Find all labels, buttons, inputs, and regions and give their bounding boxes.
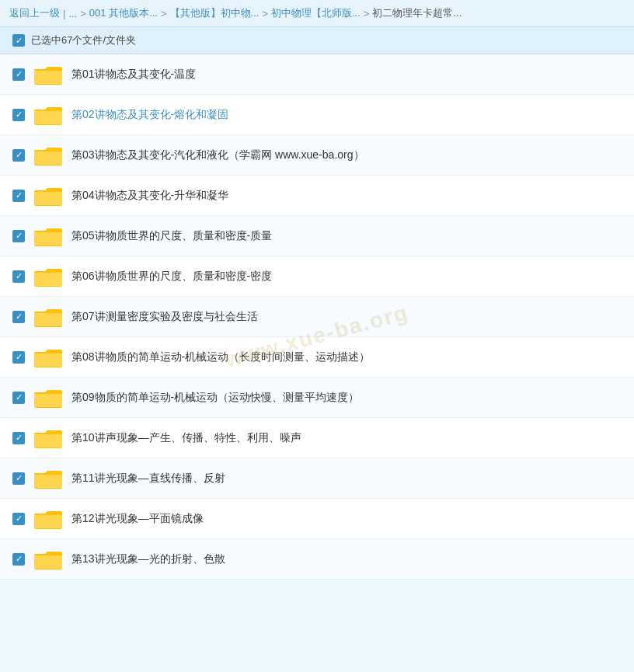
svg-rect-35 — [35, 515, 61, 528]
list-item[interactable]: ✓ 第05讲物质世界的尺度、质量和密度-质量 — [0, 216, 634, 256]
list-item[interactable]: ✓ 第07讲测量密度实验及密度与社会生活 — [0, 297, 634, 337]
file-name: 第05讲物质世界的尺度、质量和密度-质量 — [71, 229, 622, 243]
list-item[interactable]: ✓ 第11讲光现象—直线传播、反射 — [0, 458, 634, 499]
file-name: 第06讲物质世界的尺度、质量和密度-密度 — [71, 270, 622, 284]
select-all-checkbox[interactable]: ✓ — [12, 34, 25, 47]
svg-rect-23 — [35, 353, 61, 367]
breadcrumb-link-3[interactable]: 【其他版】初中物... — [170, 6, 260, 20]
folder-icon — [34, 427, 62, 450]
file-name: 第12讲光现象—平面镜成像 — [71, 512, 622, 526]
folder-icon — [34, 63, 62, 86]
svg-rect-17 — [35, 273, 61, 286]
list-item[interactable]: ✓ 第08讲物质的简单运动-机械运动（长度时间测量、运动描述） — [0, 337, 634, 378]
svg-rect-2 — [35, 71, 61, 84]
folder-icon — [34, 144, 62, 167]
list-item[interactable]: ✓ 第01讲物态及其变化-温度 — [0, 54, 634, 95]
file-name: 第01讲物态及其变化-温度 — [71, 68, 622, 82]
breadcrumb-link-2[interactable]: 001 其他版本... — [89, 6, 158, 20]
file-name[interactable]: 第02讲物态及其变化-熔化和凝固 — [71, 108, 622, 122]
svg-rect-8 — [35, 151, 61, 165]
file-name: 第11讲光现象—直线传播、反射 — [71, 472, 622, 486]
selection-bar: ✓ 已选中67个文件/文件夹 — [0, 27, 634, 54]
breadcrumb-sep-1: > — [80, 8, 86, 19]
svg-rect-29 — [35, 434, 61, 447]
folder-icon — [34, 548, 62, 571]
list-item[interactable]: ✓ 第04讲物态及其变化-升华和凝华 — [0, 176, 634, 216]
file-name: 第04讲物态及其变化-升华和凝华 — [71, 189, 622, 203]
breadcrumb-back-link[interactable]: 返回上一级 — [9, 6, 60, 20]
folder-icon — [34, 265, 62, 288]
file-checkbox[interactable]: ✓ — [12, 68, 25, 81]
file-checkbox[interactable]: ✓ — [12, 311, 25, 323]
svg-rect-26 — [35, 394, 61, 407]
folder-icon — [34, 225, 62, 248]
file-checkbox[interactable]: ✓ — [12, 392, 25, 404]
list-item[interactable]: ✓ 第09物质的简单运动-机械运动（运动快慢、测量平均速度） — [0, 378, 634, 418]
file-checkbox[interactable]: ✓ — [12, 190, 25, 202]
list-item[interactable]: ✓ 第02讲物态及其变化-熔化和凝固 — [0, 95, 634, 135]
list-item[interactable]: ✓ 第13讲光现象—光的折射、色散 — [0, 539, 634, 580]
file-checkbox[interactable]: ✓ — [12, 149, 25, 162]
file-name: 第08讲物质的简单运动-机械运动（长度时间测量、运动描述） — [71, 350, 622, 364]
file-checkbox[interactable]: ✓ — [12, 109, 25, 121]
file-checkbox[interactable]: ✓ — [12, 553, 25, 566]
list-item[interactable]: ✓ 第10讲声现象—产生、传播、特性、利用、噪声 — [0, 418, 634, 458]
svg-rect-38 — [35, 555, 61, 569]
list-item[interactable]: ✓ 第06讲物质世界的尺度、质量和密度-密度 — [0, 256, 634, 297]
svg-rect-11 — [35, 192, 61, 205]
svg-rect-20 — [35, 313, 61, 326]
folder-icon — [34, 346, 62, 369]
folder-icon — [34, 507, 62, 531]
svg-rect-32 — [35, 475, 61, 488]
file-name: 第10讲声现象—产生、传播、特性、利用、噪声 — [71, 431, 622, 445]
folder-icon — [34, 386, 62, 409]
selection-count: 已选中67个文件/文件夹 — [31, 33, 136, 47]
breadcrumb-sep-2: > — [161, 8, 167, 19]
file-list: ✓ 第01讲物态及其变化-温度✓ 第02讲物态及其变化-熔化和凝固✓ 第03讲物… — [0, 54, 634, 580]
file-checkbox[interactable]: ✓ — [12, 230, 25, 242]
folder-icon — [34, 184, 62, 207]
breadcrumb-sep-4: > — [364, 8, 370, 19]
file-name: 第07讲测量密度实验及密度与社会生活 — [71, 310, 622, 324]
file-name: 第13讲光现象—光的折射、色散 — [71, 552, 622, 566]
breadcrumb-current: 初二物理年卡超常... — [372, 6, 462, 20]
folder-icon — [34, 103, 62, 127]
breadcrumb-sep-0: | — [63, 8, 65, 19]
svg-rect-5 — [35, 111, 61, 124]
file-checkbox[interactable]: ✓ — [12, 351, 25, 364]
folder-icon — [34, 467, 62, 490]
file-checkbox[interactable]: ✓ — [12, 432, 25, 444]
file-checkbox[interactable]: ✓ — [12, 472, 25, 485]
svg-rect-14 — [35, 232, 61, 245]
file-checkbox[interactable]: ✓ — [12, 513, 25, 525]
breadcrumb: 返回上一级 | ... > 001 其他版本... > 【其他版】初中物... … — [0, 0, 634, 27]
file-checkbox[interactable]: ✓ — [12, 270, 25, 283]
list-item[interactable]: ✓ 第12讲光现象—平面镜成像 — [0, 499, 634, 539]
folder-icon — [34, 305, 62, 329]
breadcrumb-link-1[interactable]: ... — [68, 8, 77, 19]
file-name: 第09物质的简单运动-机械运动（运动快慢、测量平均速度） — [71, 391, 622, 405]
breadcrumb-link-4[interactable]: 初中物理【北师版... — [271, 6, 361, 20]
list-item[interactable]: ✓ 第03讲物态及其变化-汽化和液化（学霸网 www.xue-ba.org） — [0, 135, 634, 176]
breadcrumb-sep-3: > — [262, 8, 268, 19]
file-name: 第03讲物态及其变化-汽化和液化（学霸网 www.xue-ba.org） — [71, 148, 622, 162]
